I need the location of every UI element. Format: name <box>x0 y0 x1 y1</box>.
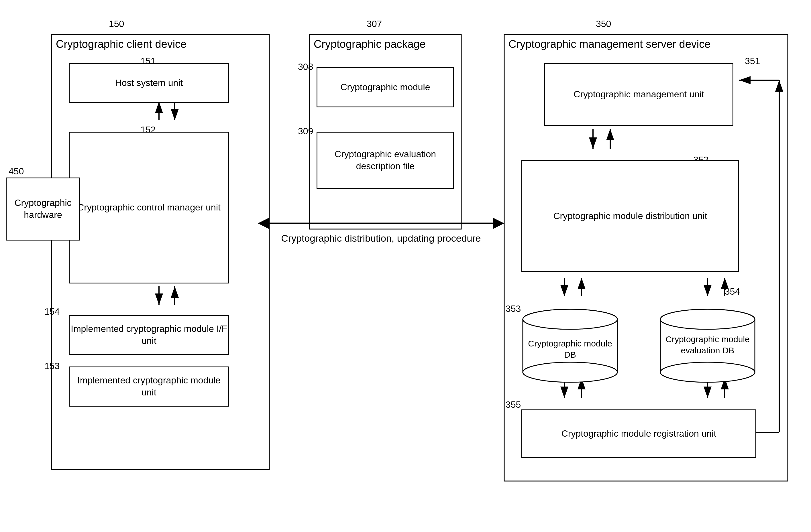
ref-308: 308 <box>298 62 313 72</box>
host-system-box: Host system unit <box>69 63 229 103</box>
control-manager-box: Cryptographic control manager unit <box>69 132 229 283</box>
mgmt-unit-label: Cryptographic management unit <box>573 89 704 100</box>
diagram: 150 Cryptographic client device 151 Host… <box>0 0 811 532</box>
eval-db-label: Cryptographic module evaluation DB <box>659 333 756 356</box>
distribution-label: Cryptographic distribution, updating pro… <box>281 232 481 245</box>
impl-module-label: Implemented cryptographic module unit <box>70 375 228 398</box>
svg-point-35 <box>660 309 755 329</box>
reg-unit-label: Cryptographic module registration unit <box>562 428 717 440</box>
server-label: Cryptographic management server device <box>508 37 710 51</box>
svg-point-30 <box>523 362 617 382</box>
ref-354: 354 <box>725 286 740 297</box>
module-db-label: Cryptographic module DB <box>521 338 619 360</box>
svg-marker-14 <box>258 218 269 229</box>
impl-if-label: Implemented cryptographic module I/F uni… <box>70 323 228 347</box>
module-db-cylinder: Cryptographic module DB <box>521 309 619 384</box>
ref-450: 450 <box>9 166 24 177</box>
crypto-hardware-label: Cryptographic hardware <box>6 197 79 221</box>
ref-350: 350 <box>596 19 611 29</box>
ref-355: 355 <box>506 400 521 410</box>
impl-if-box: Implemented cryptographic module I/F uni… <box>69 315 229 355</box>
eval-desc-box: Cryptographic evaluation description fil… <box>317 132 454 189</box>
control-manager-label: Cryptographic control manager unit <box>77 202 220 214</box>
crypto-module-box: Cryptographic module <box>317 67 454 107</box>
ref-307: 307 <box>367 19 382 29</box>
ref-154: 154 <box>44 307 60 317</box>
ref-353: 353 <box>506 303 521 314</box>
dist-unit-label: Cryptographic module distribution unit <box>553 210 707 222</box>
reg-unit-box: Cryptographic module registration unit <box>521 409 756 458</box>
svg-point-31 <box>523 309 617 329</box>
ref-153: 153 <box>44 361 60 371</box>
ref-351: 351 <box>745 56 760 66</box>
pkg-label: Cryptographic package <box>314 37 426 51</box>
eval-desc-label: Cryptographic evaluation description fil… <box>317 148 453 172</box>
eval-db-cylinder: Cryptographic module evaluation DB <box>659 309 756 384</box>
host-system-label: Host system unit <box>115 77 183 89</box>
client-device-label: Cryptographic client device <box>56 37 186 51</box>
crypto-module-label: Cryptographic module <box>340 81 430 93</box>
crypto-hardware-box: Cryptographic hardware <box>6 177 80 240</box>
ref-150: 150 <box>109 19 124 29</box>
ref-309: 309 <box>298 126 313 137</box>
dist-unit-box: Cryptographic module distribution unit <box>521 160 739 272</box>
svg-point-34 <box>660 362 755 382</box>
mgmt-unit-box: Cryptographic management unit <box>544 63 733 126</box>
impl-module-box: Implemented cryptographic module unit <box>69 366 229 407</box>
svg-marker-13 <box>493 218 504 229</box>
